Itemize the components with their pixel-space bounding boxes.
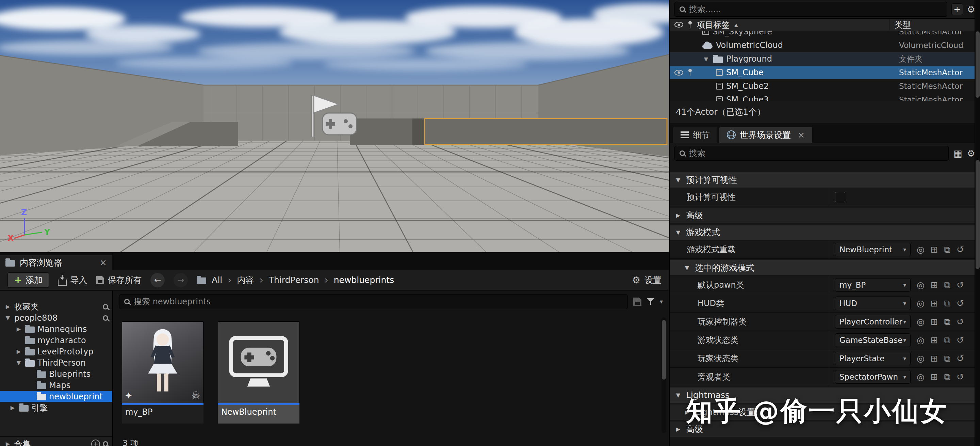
forward-button[interactable]: → [173, 273, 188, 287]
reset-icon[interactable]: ↺ [956, 336, 964, 344]
outliner-row-volumetriccloud[interactable]: VolumetricCloud VolumetricCloud [670, 38, 980, 52]
details-search-input[interactable]: 搜索 [675, 146, 949, 161]
outliner-row-sm-cube-selected[interactable]: SM_Cube StaticMeshActor [670, 66, 980, 79]
section-selected-gamemode[interactable]: ▼ 选中的游戏模式 [670, 260, 980, 276]
outliner-search-input[interactable]: 搜索...... [675, 2, 947, 17]
label-column-header[interactable]: 项目标签 [697, 19, 730, 30]
outliner-row-sm-cube2[interactable]: SM_Cube2 StaticMeshActor [670, 79, 980, 93]
copy-icon[interactable]: ⧉ [944, 280, 950, 289]
details-scroll-thumb[interactable] [975, 160, 980, 269]
add-collection-icon[interactable]: + [91, 440, 100, 446]
tree-item-newblueprints-selected[interactable]: newblueprint [0, 391, 112, 402]
spectator-select[interactable]: SpectatorPawn ▾ [835, 370, 911, 384]
pin-icon[interactable] [688, 69, 692, 76]
reset-icon[interactable]: ↺ [956, 245, 964, 254]
new-asset-icon[interactable]: ⊞ [931, 280, 938, 289]
tree-item-engine[interactable]: ▶ 引擎 [0, 402, 112, 413]
reset-icon[interactable]: ↺ [956, 299, 964, 308]
close-icon[interactable]: × [99, 257, 107, 268]
reset-icon[interactable]: ↺ [956, 317, 964, 326]
outliner-scroll-thumb[interactable] [975, 31, 980, 98]
gamemode-override-select[interactable]: NewBlueprint ▾ [835, 243, 911, 256]
hud-select[interactable]: HUD ▾ [835, 296, 911, 310]
gear-icon[interactable]: ⚙ [967, 5, 975, 14]
close-icon[interactable]: × [798, 130, 805, 140]
browse-icon[interactable]: ◎ [917, 245, 924, 254]
game-state-select[interactable]: GameStateBase ▾ [835, 333, 911, 347]
new-asset-icon[interactable]: ⊞ [931, 299, 938, 308]
visibility-eye-icon[interactable] [675, 70, 683, 76]
breadcrumb-item[interactable]: 内容 [237, 274, 254, 286]
search-icon[interactable] [103, 304, 108, 309]
type-column-header[interactable]: 类型 [889, 19, 975, 30]
asset-grid-scrollbar[interactable] [662, 317, 666, 433]
precomputed-visibility-checkbox[interactable] [835, 192, 845, 202]
tree-item-blueprints[interactable]: Blueprints [0, 368, 112, 380]
asset-search-input[interactable]: 搜索 newblueprints [119, 294, 628, 309]
import-button[interactable]: 导入 [58, 274, 87, 286]
tree-item-favorites[interactable]: ▶ 收藏夹 [0, 301, 112, 312]
gear-icon[interactable]: ⚙ [632, 276, 640, 285]
chevron-down-icon[interactable]: ▼ [702, 56, 710, 62]
reset-icon[interactable]: ↺ [956, 280, 964, 289]
tree-item-levelprototyping[interactable]: ▶ LevelPrototyp [0, 346, 112, 357]
reset-icon[interactable]: ↺ [956, 354, 964, 363]
back-button[interactable]: ← [150, 273, 165, 287]
outliner-row-skysphere[interactable]: SM_SkySphere StaticMeshActor [670, 31, 980, 38]
column-view-icon[interactable]: ▦ [953, 149, 962, 158]
visibility-column-eye-icon[interactable] [675, 22, 683, 27]
tree-item-mannequins[interactable]: ▶ Mannequins [0, 323, 112, 334]
search-icon[interactable] [103, 441, 108, 446]
browse-icon[interactable]: ◎ [917, 354, 924, 363]
filter-caret-icon[interactable]: ▾ [660, 299, 663, 305]
browse-icon[interactable]: ◎ [917, 336, 924, 344]
copy-icon[interactable]: ⧉ [944, 354, 950, 363]
new-asset-icon[interactable]: ⊞ [931, 336, 938, 344]
browse-icon[interactable]: ◎ [917, 280, 924, 289]
right-panel-scrollbar[interactable] [975, 0, 980, 446]
breadcrumb-item-current[interactable]: newblueprints [334, 275, 394, 285]
tree-item-collections[interactable]: ▶ 合集 + [0, 436, 112, 446]
outliner-row-sm-cube3[interactable]: SM_Cube3 StaticMeshActor [670, 93, 980, 101]
breadcrumb-item[interactable]: ThirdPerson [269, 275, 319, 285]
new-asset-icon[interactable]: ⊞ [931, 245, 938, 254]
tab-details[interactable]: 细节 [673, 127, 717, 143]
copy-icon[interactable]: ⧉ [944, 245, 950, 254]
player-state-select[interactable]: PlayerState ▾ [835, 352, 911, 365]
asset-card-my-bp[interactable]: ✦ ☠ my_BP [122, 322, 204, 446]
browse-icon[interactable]: ◎ [917, 299, 924, 308]
default-pawn-select[interactable]: my_BP ▾ [835, 278, 911, 292]
new-asset-icon[interactable]: ⊞ [931, 373, 938, 381]
tree-item-maps[interactable]: Maps [0, 380, 112, 391]
copy-icon[interactable]: ⧉ [944, 336, 950, 344]
section-precomputed-visibility[interactable]: ▼ 预计算可视性 [670, 172, 980, 188]
player-controller-select[interactable]: PlayerController ▾ [835, 315, 911, 328]
selected-cube[interactable] [425, 118, 667, 144]
tab-content-browser[interactable]: 内容浏览器 × [0, 255, 112, 270]
pin-column-icon[interactable] [688, 21, 692, 29]
new-asset-icon[interactable]: ⊞ [931, 354, 938, 363]
settings-label[interactable]: 设置 [644, 274, 662, 286]
outliner-row-playground[interactable]: ▼ Playground 文件夹 [670, 52, 980, 66]
add-actor-icon[interactable]: + [951, 3, 963, 15]
breadcrumb-all[interactable]: All [212, 275, 222, 285]
tab-world-settings[interactable]: 世界场景设置 × [719, 127, 812, 143]
copy-icon[interactable]: ⧉ [944, 299, 950, 308]
search-icon[interactable] [103, 315, 108, 321]
reset-icon[interactable]: ↺ [956, 373, 964, 381]
copy-icon[interactable]: ⧉ [944, 317, 950, 326]
save-search-icon[interactable] [633, 298, 641, 306]
tree-item-root[interactable]: ▼ people808 [0, 312, 112, 323]
filter-icon[interactable] [647, 298, 654, 305]
browse-icon[interactable]: ◎ [917, 317, 924, 326]
tree-item-mycharacto[interactable]: mycharacto [0, 334, 112, 346]
new-asset-icon[interactable]: ⊞ [931, 317, 938, 326]
tree-item-thirdperson[interactable]: ▼ ThirdPerson [0, 357, 112, 368]
section-advanced[interactable]: ▶ 高级 [670, 208, 980, 223]
viewport-3d[interactable]: Z X Y [0, 0, 669, 252]
gear-icon[interactable]: ⚙ [967, 149, 975, 158]
add-button[interactable]: + 添加 [8, 272, 49, 288]
section-game-mode[interactable]: ▼ 游戏模式 [670, 225, 980, 241]
save-all-button[interactable]: 保存所有 [96, 274, 142, 286]
asset-card-newblueprint[interactable]: NewBlueprint [218, 322, 299, 446]
